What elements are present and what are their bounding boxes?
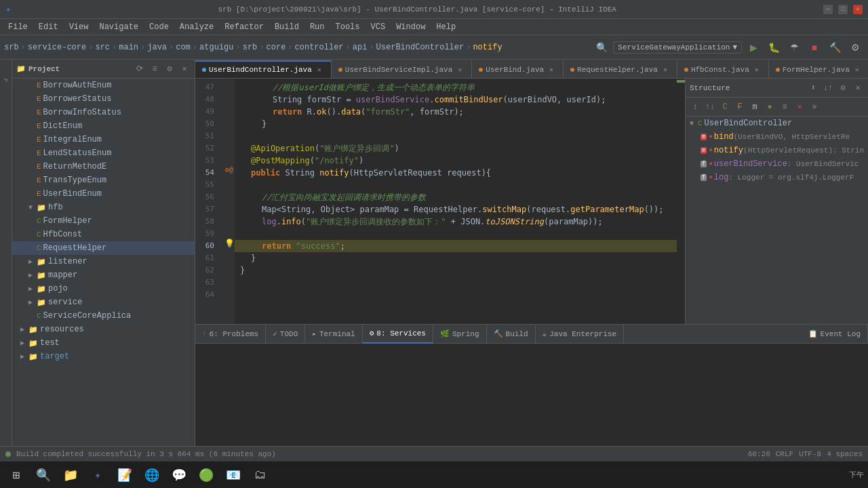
- tree-item-UserBindEnum[interactable]: E UserBindEnum: [12, 187, 195, 201]
- tree-item-TransTypeEnum[interactable]: E TransTypeEnum: [12, 174, 195, 187]
- breadcrumb-srb2[interactable]: srb: [243, 43, 258, 52]
- taskbar-app8[interactable]: 📧: [221, 464, 245, 487]
- menu-view[interactable]: View: [64, 21, 94, 33]
- run-with-coverage-button[interactable]: ☂: [785, 39, 803, 56]
- bottom-tab-build[interactable]: 🔨 Build: [487, 325, 536, 344]
- tree-item-LendStatusEnum[interactable]: E LendStatusEnum: [12, 146, 195, 160]
- code-editor[interactable]: 47 48 49 50 51 52 53 54 55 56 57 58 59 6…: [195, 79, 685, 324]
- project-collapse-button[interactable]: ≡: [149, 63, 161, 75]
- struct-btn-8[interactable]: ✕: [793, 100, 806, 114]
- tab-close-button[interactable]: ✕: [455, 65, 465, 75]
- tree-item-IntegralEnum[interactable]: E IntegralEnum: [12, 133, 195, 146]
- minimize-button[interactable]: ─: [823, 5, 833, 14]
- menu-help[interactable]: Help: [431, 21, 461, 33]
- maximize-button[interactable]: □: [838, 5, 848, 14]
- tree-item-test[interactable]: ▶ 📁 test: [12, 336, 195, 350]
- tree-item-BorrowAuthEnum[interactable]: E BorrowAuthEnum: [12, 79, 195, 92]
- run-config-selector[interactable]: ServiceGatewayApplication ▼: [613, 41, 742, 54]
- status-encoding[interactable]: UTF-8: [799, 450, 821, 458]
- menu-navigate[interactable]: Navigate: [94, 21, 144, 33]
- tree-item-pojo[interactable]: ▶ 📁 pojo: [12, 282, 195, 296]
- tree-item-ServiceCoreApplica[interactable]: C ServiceCoreApplica: [12, 309, 195, 323]
- status-line-ending[interactable]: CRLF: [776, 450, 793, 458]
- tab-UserBindServiceImpl[interactable]: UserBindServiceImpl.java ✕: [332, 60, 472, 78]
- tree-item-listener[interactable]: ▶ 📁 listener: [12, 255, 195, 268]
- menu-vcs[interactable]: VCS: [366, 21, 391, 33]
- taskbar-app9[interactable]: 🗂: [248, 464, 273, 487]
- struct-btn-4[interactable]: F: [733, 100, 747, 114]
- breadcrumb-controller[interactable]: controller: [295, 43, 344, 52]
- menu-code[interactable]: Code: [144, 21, 174, 33]
- tree-item-hfb[interactable]: ▼ 📁 hfb: [12, 201, 195, 214]
- settings-button[interactable]: ⚙: [846, 39, 864, 56]
- tree-item-mapper[interactable]: ▶ 📁 mapper: [12, 268, 195, 282]
- project-close-button[interactable]: ✕: [178, 63, 191, 75]
- breadcrumb-main[interactable]: main: [119, 43, 138, 52]
- tab-HfbConst[interactable]: HfbConst.java ✕: [677, 60, 769, 78]
- tab-close-button[interactable]: ✕: [852, 65, 862, 75]
- search-everywhere-button[interactable]: 🔍: [593, 39, 610, 56]
- bottom-tab-spring[interactable]: 🌿 Spring: [433, 325, 487, 344]
- menu-refactor[interactable]: Refactor: [219, 21, 269, 33]
- taskbar-wechat-button[interactable]: 💬: [167, 464, 191, 487]
- bottom-tab-problems[interactable]: ! 6: Problems: [195, 325, 266, 344]
- left-gutter-icon-1[interactable]: P: [1, 60, 12, 100]
- tab-UserBindController[interactable]: UserBindController.java ✕: [195, 60, 332, 78]
- bottom-tab-java-enterprise[interactable]: ☕ Java Enterprise: [536, 325, 625, 344]
- tab-RequestHelper[interactable]: RequestHelper.java ✕: [564, 60, 677, 78]
- tree-item-target[interactable]: ▶ 📁 target: [12, 350, 195, 363]
- struct-item-bind[interactable]: m ● bind(UserBindVO, HttpServletRe: [686, 130, 868, 144]
- tree-item-RequestHelper[interactable]: C RequestHelper: [12, 241, 195, 255]
- tab-close-button[interactable]: ✕: [660, 65, 670, 75]
- structure-sort-type-button[interactable]: ↓↑: [822, 82, 834, 94]
- struct-btn-5[interactable]: m: [748, 100, 762, 114]
- struct-btn-2[interactable]: ↑↓: [703, 100, 717, 114]
- taskbar-start-button[interactable]: ⊞: [4, 464, 28, 487]
- structure-gear-button[interactable]: ⚙: [837, 82, 849, 94]
- close-button[interactable]: ✕: [853, 5, 863, 14]
- status-position[interactable]: 60:26: [748, 450, 770, 458]
- menu-window[interactable]: Window: [391, 21, 431, 33]
- build-button[interactable]: 🔨: [826, 39, 844, 56]
- tab-close-button[interactable]: ✕: [752, 65, 762, 75]
- breadcrumb-method[interactable]: notify: [473, 43, 502, 52]
- project-gear-button[interactable]: ⚙: [163, 63, 176, 75]
- structure-close-button[interactable]: ✕: [852, 82, 864, 94]
- struct-btn-7[interactable]: ≡: [778, 100, 791, 114]
- breadcrumb-api[interactable]: api: [353, 43, 368, 52]
- stop-button[interactable]: ■: [806, 39, 823, 56]
- menu-run[interactable]: Run: [304, 21, 330, 33]
- tree-item-service[interactable]: ▶ 📁 service: [12, 296, 195, 309]
- menu-tools[interactable]: Tools: [330, 21, 366, 33]
- tab-FormHelper[interactable]: FormHelper.java ✕: [769, 60, 868, 78]
- tree-item-ReturnMethodE[interactable]: E ReturnMethodE: [12, 160, 195, 174]
- taskbar-search-button[interactable]: 🔍: [31, 464, 56, 487]
- tree-item-HfbConst[interactable]: C HfbConst: [12, 228, 195, 241]
- struct-item-log[interactable]: f ● log: Logger = org.slf4j.LoggerF: [686, 171, 868, 184]
- breadcrumb-service-core[interactable]: service-core: [28, 43, 86, 52]
- struct-item-root[interactable]: ▼ C UserBindController: [686, 117, 868, 130]
- project-sync-button[interactable]: ⟳: [134, 63, 146, 75]
- breadcrumb-src[interactable]: src: [95, 43, 110, 52]
- taskbar-app7[interactable]: 🟢: [194, 464, 218, 487]
- tab-close-button[interactable]: ✕: [315, 65, 324, 75]
- run-button[interactable]: ▶: [745, 39, 762, 56]
- breadcrumb-class[interactable]: UserBindController: [376, 43, 465, 52]
- tree-item-BorrowerStatus[interactable]: E BorrowerStatus: [12, 92, 195, 106]
- struct-btn-3[interactable]: C: [718, 100, 732, 114]
- breadcrumb-java[interactable]: java: [147, 43, 167, 52]
- menu-build[interactable]: Build: [269, 21, 304, 33]
- taskbar-word-button[interactable]: 📝: [113, 464, 137, 487]
- breadcrumb-atguigu[interactable]: atguigu: [199, 43, 233, 52]
- breadcrumb-srb[interactable]: srb: [4, 43, 19, 52]
- status-indent[interactable]: 4 spaces: [827, 450, 863, 458]
- struct-btn-1[interactable]: ↕: [688, 100, 702, 114]
- bottom-tab-services[interactable]: ⚙ 8: Services: [363, 325, 433, 344]
- tab-close-button[interactable]: ✕: [547, 65, 556, 75]
- taskbar-intellij-button[interactable]: ✦: [85, 464, 110, 487]
- struct-item-userBindService[interactable]: f ● userBindService: UserBindServic: [686, 157, 868, 171]
- tree-item-resources[interactable]: ▶ 📁 resources: [12, 323, 195, 336]
- breadcrumb-com[interactable]: com: [176, 43, 191, 52]
- tree-item-DictEnum[interactable]: E DictEnum: [12, 119, 195, 133]
- status-build-message[interactable]: Build completed successfully in 3 s 664 …: [16, 450, 276, 458]
